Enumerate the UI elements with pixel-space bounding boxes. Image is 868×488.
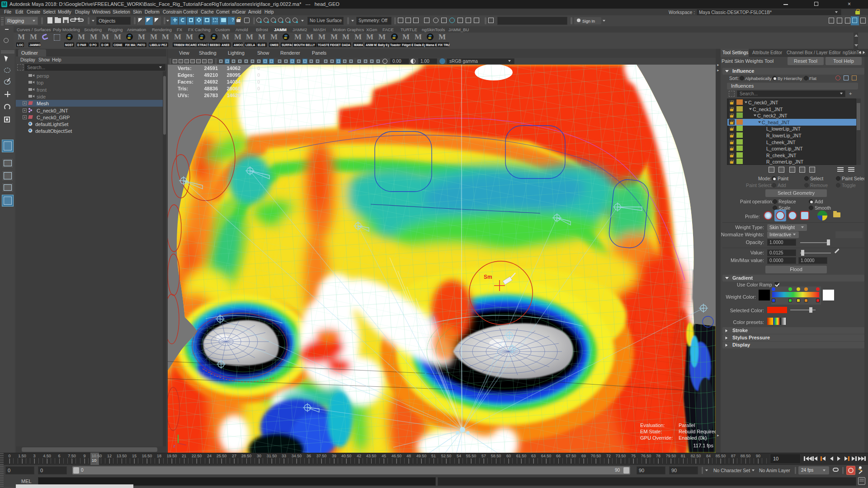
svg-text:UVs:: UVs: — [178, 93, 189, 98]
svg-text:Rebuild Required: Rebuild Required — [679, 429, 716, 434]
svg-text:Evaluation:: Evaluation: — [640, 422, 665, 428]
svg-text:49210: 49210 — [204, 72, 218, 78]
svg-text:GPU Override:: GPU Override: — [640, 435, 673, 441]
svg-text:14034: 14034 — [226, 79, 241, 84]
svg-text:48836: 48836 — [204, 86, 218, 91]
svg-text:Verts:: Verts: — [178, 66, 192, 71]
svg-text:14062: 14062 — [226, 66, 241, 71]
svg-text:28068: 28068 — [226, 86, 241, 91]
svg-text:24591: 24591 — [204, 66, 218, 71]
svg-text:Faces:: Faces: — [178, 79, 193, 84]
svg-text:0: 0 — [257, 66, 260, 71]
svg-text:14629: 14629 — [226, 93, 241, 98]
svg-text:0: 0 — [257, 79, 260, 84]
svg-text:26783: 26783 — [204, 93, 218, 98]
svg-text:0: 0 — [257, 72, 260, 78]
svg-text:Tris:: Tris: — [178, 86, 188, 91]
svg-text:24692: 24692 — [204, 79, 218, 84]
svg-text:EM State:: EM State: — [640, 429, 662, 434]
svg-text:z: z — [173, 444, 175, 448]
svg-text:0: 0 — [257, 86, 260, 91]
svg-text:117.1 fps: 117.1 fps — [693, 443, 714, 448]
svg-text:Sm: Sm — [484, 274, 492, 280]
svg-text:Parallel: Parallel — [679, 422, 695, 428]
svg-text:Enabled (0k): Enabled (0k) — [679, 435, 707, 441]
svg-text:28095: 28095 — [226, 72, 241, 78]
svg-text:Edges:: Edges: — [178, 72, 194, 78]
